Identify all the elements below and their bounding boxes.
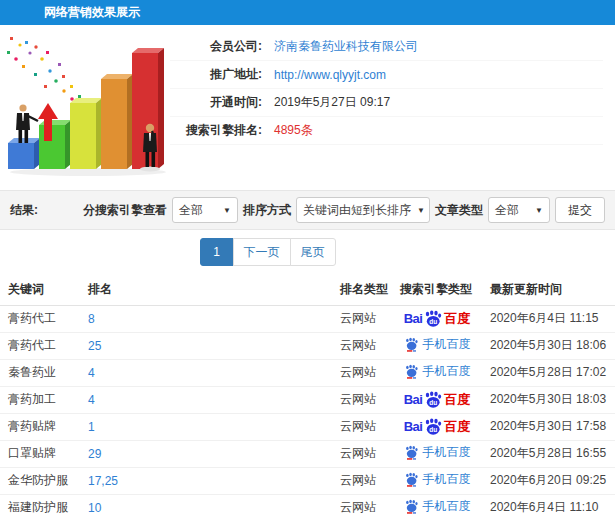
engine-cell: 手机百度 [392, 494, 482, 520]
result-label: 结果: [10, 202, 38, 219]
member-company-row: 会员公司: 济南秦鲁药业科技有限公司 [170, 33, 603, 61]
bar-green [39, 120, 71, 169]
engine-view-select[interactable]: 全部 ▼ [172, 197, 238, 223]
keyword-cell: 秦鲁药业 [0, 359, 80, 386]
last-page-button[interactable]: 尾页 [290, 238, 336, 266]
mobile-baidu-logo: 手机百度 [404, 498, 471, 515]
page-button-current[interactable]: 1 [200, 238, 234, 266]
time-cell: 2020年5月30日 17:58 [482, 413, 615, 440]
keyword-cell: 膏药贴牌 [0, 413, 80, 440]
header-keyword: 关键词 [0, 274, 80, 305]
engine-view-label: 分搜索引擎查看 [83, 202, 167, 219]
mobile-baidu-logo: 手机百度 [404, 471, 471, 488]
rank-cell: 10 [80, 494, 332, 520]
baidu-logo: Baidu百度 [404, 418, 471, 436]
time-cell: 2020年5月28日 17:02 [482, 359, 615, 386]
bar-orange [101, 74, 133, 169]
time-cell: 2020年6月4日 11:15 [482, 305, 615, 332]
keyword-cell: 膏药代工 [0, 305, 80, 332]
rank-type-cell: 云网站 [332, 386, 392, 413]
rank-type-cell: 云网站 [332, 440, 392, 467]
baidu-paw-icon: du [423, 310, 443, 327]
bar-blue [8, 138, 40, 169]
next-page-button[interactable]: 下一页 [233, 238, 291, 266]
rank-link[interactable]: 10 [88, 501, 101, 515]
time-cell: 2020年5月28日 16:55 [482, 440, 615, 467]
top-section: 会员公司: 济南秦鲁药业科技有限公司 推广地址: http://www.qlyy… [0, 25, 615, 190]
rank-type-cell: 云网站 [332, 467, 392, 494]
time-cell: 2020年5月30日 18:03 [482, 386, 615, 413]
header-rank-type: 排名类型 [332, 274, 392, 305]
time-cell: 2020年6月4日 11:10 [482, 494, 615, 520]
keyword-cell: 膏药加工 [0, 386, 80, 413]
mobile-baidu-paw-icon [404, 445, 419, 460]
rank-cell: 1 [80, 413, 332, 440]
engine-cell: 手机百度 [392, 332, 482, 359]
svg-text:du: du [430, 399, 438, 406]
engine-cell: Baidu百度 [392, 413, 482, 440]
rank-cell: 8 [80, 305, 332, 332]
rank-link[interactable]: 29 [88, 447, 101, 461]
engine-cell: 手机百度 [392, 440, 482, 467]
company-link[interactable]: 济南秦鲁药业科技有限公司 [274, 38, 418, 55]
businessman-left [16, 104, 38, 143]
table-body: 膏药代工8云网站Baidu百度2020年6月4日 11:15膏药代工25云网站手… [0, 305, 615, 520]
mobile-baidu-logo: 手机百度 [404, 444, 471, 461]
mobile-baidu-logo: 手机百度 [404, 363, 471, 380]
header-update-time: 最新更新时间 [482, 274, 615, 305]
rank-cell: 4 [80, 359, 332, 386]
table-row: 膏药代工8云网站Baidu百度2020年6月4日 11:15 [0, 305, 615, 332]
open-time-value: 2019年5月27日 09:17 [274, 94, 390, 111]
rank-type-cell: 云网站 [332, 359, 392, 386]
results-table: 关键词 排名 排名类型 搜索引擎类型 最新更新时间 膏药代工8云网站Baidu百… [0, 274, 615, 520]
table-row: 膏药贴牌1云网站Baidu百度2020年5月30日 17:58 [0, 413, 615, 440]
mobile-baidu-paw-icon [404, 364, 419, 379]
rank-type-cell: 云网站 [332, 305, 392, 332]
rank-cell: 4 [80, 386, 332, 413]
promo-url-link[interactable]: http://www.qlyyjt.com [274, 68, 386, 82]
rank-cell: 25 [80, 332, 332, 359]
mobile-baidu-paw-icon [404, 472, 419, 487]
rank-link[interactable]: 8 [88, 312, 95, 326]
filter-bar: 结果: 分搜索引擎查看 全部 ▼ 排序方式 关键词由短到长排序 ▼ 文章类型 全… [0, 190, 615, 230]
rank-cell: 29 [80, 440, 332, 467]
open-time-label: 开通时间: [170, 94, 262, 111]
chevron-down-icon: ▼ [535, 206, 543, 215]
member-info-panel: 会员公司: 济南秦鲁药业科技有限公司 推广地址: http://www.qlyy… [170, 25, 615, 190]
bar-chart-illustration-svg [0, 29, 170, 181]
svg-text:du: du [430, 318, 438, 325]
table-header-row: 关键词 排名 排名类型 搜索引擎类型 最新更新时间 [0, 274, 615, 305]
mobile-baidu-paw-icon [404, 337, 419, 352]
baidu-logo: Baidu百度 [404, 310, 471, 328]
engine-cell: 手机百度 [392, 359, 482, 386]
rank-link[interactable]: 1 [88, 420, 95, 434]
mobile-baidu-logo: 手机百度 [404, 336, 471, 353]
page: 网络营销效果展示 [0, 0, 615, 520]
sort-select[interactable]: 关键词由短到长排序 ▼ [296, 197, 430, 223]
article-type-select[interactable]: 全部 ▼ [488, 197, 550, 223]
engine-rank-row: 搜索引擎排名: 4895条 [170, 117, 603, 145]
rank-link[interactable]: 25 [88, 339, 101, 353]
keyword-cell: 福建防护服 [0, 494, 80, 520]
rank-type-cell: 云网站 [332, 413, 392, 440]
engine-cell: Baidu百度 [392, 305, 482, 332]
rank-link[interactable]: 4 [88, 393, 95, 407]
table-row: 口罩贴牌29云网站手机百度2020年5月28日 16:55 [0, 440, 615, 467]
filter-controls: 分搜索引擎查看 全部 ▼ 排序方式 关键词由短到长排序 ▼ 文章类型 全部 ▼ … [83, 197, 605, 223]
submit-button[interactable]: 提交 [555, 197, 605, 223]
table-row: 秦鲁药业4云网站手机百度2020年5月28日 17:02 [0, 359, 615, 386]
rank-link[interactable]: 17,25 [88, 474, 118, 488]
promo-url-row: 推广地址: http://www.qlyyjt.com [170, 61, 603, 89]
url-label: 推广地址: [170, 66, 262, 83]
engine-rank-count: 4895条 [274, 122, 313, 139]
open-time-row: 开通时间: 2019年5月27日 09:17 [170, 89, 603, 117]
keyword-cell: 膏药代工 [0, 332, 80, 359]
article-type-label: 文章类型 [435, 202, 483, 219]
company-label: 会员公司: [170, 38, 262, 55]
rank-type-cell: 云网站 [332, 494, 392, 520]
engine-cell: 手机百度 [392, 467, 482, 494]
rank-link[interactable]: 4 [88, 366, 95, 380]
rank-type-cell: 云网站 [332, 332, 392, 359]
sort-label: 排序方式 [243, 202, 291, 219]
table-row: 金华防护服17,25云网站手机百度2020年6月20日 09:25 [0, 467, 615, 494]
